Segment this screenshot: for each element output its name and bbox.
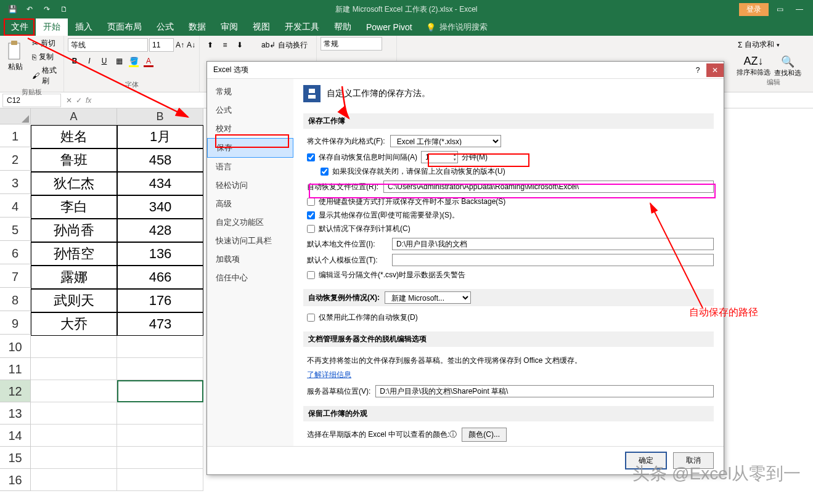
nav-general[interactable]: 常规 — [207, 83, 293, 101]
cell[interactable]: 466 — [117, 266, 203, 289]
nav-addins[interactable]: 加载项 — [207, 250, 293, 269]
nav-advanced[interactable]: 高级 — [207, 195, 293, 213]
number-format-select[interactable] — [321, 37, 382, 51]
row-header[interactable]: 9 — [0, 312, 31, 335]
cell[interactable]: 434 — [117, 172, 203, 195]
dialog-close-icon[interactable]: ✕ — [706, 63, 724, 77]
default-template-input[interactable] — [392, 254, 714, 266]
fx-icon[interactable]: fx — [86, 96, 91, 105]
cell[interactable] — [31, 447, 117, 469]
nav-trust-center[interactable]: 信任中心 — [207, 269, 293, 287]
nav-formulas[interactable]: 公式 — [207, 101, 293, 120]
underline-button[interactable]: U — [97, 54, 111, 68]
row-header[interactable]: 3 — [0, 172, 31, 194]
cell[interactable]: 136 — [117, 242, 203, 266]
cell[interactable]: 428 — [117, 219, 203, 242]
row-header[interactable]: 6 — [0, 242, 31, 264]
align-middle-icon[interactable]: ≡ — [218, 38, 232, 52]
tab-insert[interactable]: 插入 — [68, 18, 100, 36]
cancel-edit-icon[interactable]: ✕ — [66, 96, 72, 105]
nav-save[interactable]: 保存 — [207, 138, 293, 158]
tell-me-search[interactable]: 💡 操作说明搜索 — [426, 22, 488, 33]
tab-file[interactable]: 文件 — [4, 18, 36, 36]
row-header[interactable]: 12 — [0, 380, 31, 402]
cell[interactable] — [117, 447, 203, 469]
cell[interactable] — [31, 336, 117, 358]
save-format-select[interactable]: Excel 工作簿(*.xlsx) — [390, 135, 501, 147]
nav-qat[interactable]: 快速访问工具栏 — [207, 232, 293, 250]
cancel-button[interactable]: 取消 — [673, 452, 714, 469]
tab-dev[interactable]: 开发工具 — [277, 18, 327, 36]
show-addl-checkbox[interactable] — [307, 211, 315, 219]
disable-recover-checkbox[interactable] — [307, 314, 315, 322]
keep-last-checkbox[interactable] — [321, 168, 329, 176]
cell[interactable] — [31, 425, 117, 447]
col-header-b[interactable]: B — [117, 108, 203, 125]
autorecover-minutes-spinner[interactable]: 1 — [421, 151, 458, 163]
autorecover-loc-input[interactable] — [383, 181, 714, 193]
cut-button[interactable]: ✂剪切 — [30, 37, 60, 50]
italic-button[interactable]: I — [83, 54, 96, 68]
cell[interactable]: 露娜 — [31, 266, 117, 289]
minimize-icon[interactable]: — — [791, 2, 808, 16]
font-size-select[interactable] — [149, 38, 174, 52]
row-header[interactable]: 13 — [0, 402, 31, 425]
cell[interactable] — [117, 402, 203, 425]
cell[interactable]: 473 — [117, 312, 203, 336]
col-header-a[interactable]: A — [31, 108, 117, 125]
autosum-button[interactable]: Σ自动求和▾ — [737, 38, 811, 51]
row-header[interactable]: 11 — [0, 358, 31, 380]
cell[interactable]: 姓名 — [31, 125, 117, 148]
cell[interactable]: 大乔 — [31, 312, 117, 336]
tab-home[interactable]: 开始 — [36, 18, 68, 36]
undo-icon[interactable]: ↶ — [23, 3, 36, 15]
cell[interactable]: 176 — [117, 289, 203, 312]
print-preview-icon[interactable]: 🗋 — [58, 3, 70, 15]
cell[interactable] — [31, 380, 117, 402]
cell[interactable] — [31, 402, 117, 425]
exception-select[interactable]: 新建 Microsoft... — [385, 291, 471, 304]
cell[interactable] — [117, 469, 203, 491]
cell[interactable]: 鲁班 — [31, 148, 117, 172]
cell[interactable]: 孙悟空 — [31, 242, 117, 266]
confirm-edit-icon[interactable]: ✓ — [76, 96, 82, 105]
select-all-button[interactable] — [0, 108, 31, 124]
csv-checkbox[interactable] — [307, 271, 315, 279]
row-header[interactable]: 1 — [0, 125, 31, 147]
cell[interactable]: 孙尚香 — [31, 219, 117, 242]
find-select-button[interactable]: 🔍查找和选 — [774, 55, 801, 78]
cell[interactable]: 458 — [117, 148, 203, 172]
row-header[interactable]: 14 — [0, 425, 31, 447]
nav-language[interactable]: 语言 — [207, 158, 293, 176]
row-header[interactable]: 15 — [0, 447, 31, 469]
cell[interactable]: 李白 — [31, 195, 117, 219]
nav-custom-ribbon[interactable]: 自定义功能区 — [207, 213, 293, 232]
increase-font-icon[interactable]: A↑ — [175, 38, 185, 52]
nav-ease-access[interactable]: 轻松访问 — [207, 176, 293, 195]
default-local-input[interactable] — [392, 238, 714, 250]
tab-view[interactable]: 视图 — [245, 18, 277, 36]
cell[interactable]: 武则天 — [31, 289, 117, 312]
tab-data[interactable]: 数据 — [181, 18, 213, 36]
save-icon[interactable]: 💾 — [6, 3, 18, 15]
align-top-icon[interactable]: ⬆ — [203, 38, 217, 52]
align-bottom-icon[interactable]: ⬇ — [233, 38, 247, 52]
dialog-titlebar[interactable]: Excel 选项 ? ✕ — [207, 62, 724, 79]
tab-page-layout[interactable]: 页面布局 — [100, 18, 149, 36]
cell[interactable]: 狄仁杰 — [31, 172, 117, 195]
redo-icon[interactable]: ↷ — [41, 3, 53, 15]
paste-button[interactable]: 粘贴 — [4, 37, 27, 87]
dialog-help-icon[interactable]: ? — [689, 63, 706, 77]
ribbon-display-icon[interactable]: ▭ — [771, 2, 788, 16]
tab-powerpivot[interactable]: Power Pivot — [359, 18, 420, 36]
row-header[interactable]: 7 — [0, 266, 31, 288]
font-name-select[interactable] — [68, 38, 148, 52]
cell[interactable]: 340 — [117, 195, 203, 219]
fill-color-button[interactable]: 🪣 — [127, 54, 141, 68]
ok-button[interactable]: 确定 — [625, 452, 667, 469]
tab-formulas[interactable]: 公式 — [149, 18, 181, 36]
login-button[interactable]: 登录 — [739, 3, 769, 16]
bold-button[interactable]: B — [68, 54, 81, 68]
font-color-button[interactable]: A — [142, 54, 155, 68]
backstage-checkbox[interactable] — [307, 198, 315, 206]
